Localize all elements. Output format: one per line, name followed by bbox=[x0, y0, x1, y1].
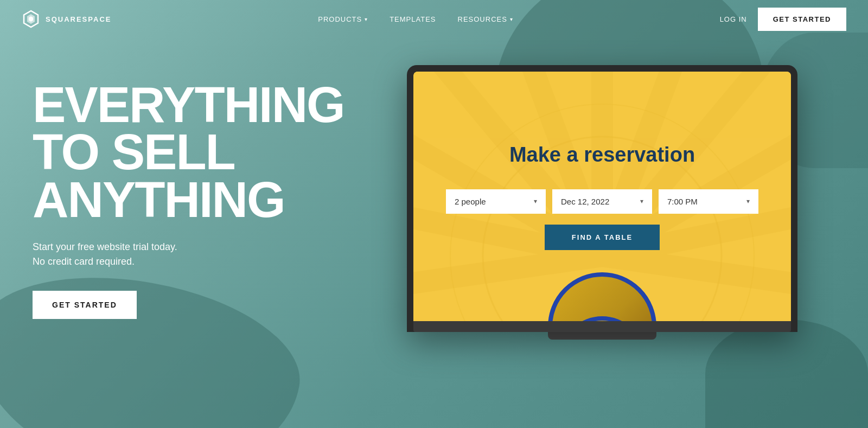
form-row: 2 people ▾ Dec 12, 2022 ▾ 7:00 PM ▾ bbox=[446, 189, 758, 214]
hero-get-started-button[interactable]: GET STARTED bbox=[33, 291, 137, 319]
laptop-base bbox=[413, 321, 791, 332]
date-value: Dec 12, 2022 bbox=[561, 197, 609, 206]
logo-text: SQUARESPACE bbox=[46, 15, 111, 23]
login-link[interactable]: LOG IN bbox=[720, 15, 747, 23]
time-select[interactable]: 7:00 PM ▾ bbox=[659, 189, 758, 214]
nav-center: PRODUCTS ▾ TEMPLATES RESOURCES ▾ bbox=[318, 15, 513, 23]
time-value: 7:00 PM bbox=[667, 197, 698, 206]
nav-templates[interactable]: TEMPLATES bbox=[390, 15, 436, 23]
hero-left: EVERYTHING TO SELL ANYTHING Start your f… bbox=[33, 81, 336, 319]
hero-title: EVERYTHING TO SELL ANYTHING bbox=[33, 81, 336, 223]
date-select[interactable]: Dec 12, 2022 ▾ bbox=[552, 189, 652, 214]
logo[interactable]: SQUARESPACE bbox=[22, 10, 111, 28]
laptop: Make a reservation 2 people ▾ Dec 12, 20… bbox=[407, 65, 797, 340]
time-chevron-icon: ▾ bbox=[746, 197, 750, 205]
nav-right: LOG IN GET STARTED bbox=[720, 8, 846, 31]
hero-right: Make a reservation 2 people ▾ Dec 12, 20… bbox=[358, 65, 846, 340]
nav-resources[interactable]: RESOURCES ▾ bbox=[458, 15, 513, 23]
find-table-button[interactable]: FIND A TABLE bbox=[545, 225, 660, 250]
laptop-screen: Make a reservation 2 people ▾ Dec 12, 20… bbox=[413, 72, 791, 321]
laptop-body: Make a reservation 2 people ▾ Dec 12, 20… bbox=[407, 65, 797, 332]
svg-point-14 bbox=[561, 318, 643, 321]
squarespace-logo-icon bbox=[22, 10, 40, 28]
navbar: SQUARESPACE PRODUCTS ▾ TEMPLATES RESOURC… bbox=[0, 0, 868, 38]
resources-chevron-icon: ▾ bbox=[510, 16, 513, 22]
date-chevron-icon: ▾ bbox=[640, 197, 643, 205]
people-value: 2 people bbox=[455, 197, 486, 206]
main-content: EVERYTHING TO SELL ANYTHING Start your f… bbox=[0, 38, 868, 340]
nav-get-started-button[interactable]: GET STARTED bbox=[758, 8, 846, 31]
plate-decoration: 🍽 bbox=[548, 272, 656, 321]
reservation-form: 2 people ▾ Dec 12, 2022 ▾ 7:00 PM ▾ bbox=[446, 189, 758, 250]
laptop-stand bbox=[548, 332, 656, 340]
reservation-title: Make a reservation bbox=[509, 143, 695, 168]
nav-products[interactable]: PRODUCTS ▾ bbox=[318, 15, 368, 23]
people-chevron-icon: ▾ bbox=[534, 197, 537, 205]
products-chevron-icon: ▾ bbox=[365, 16, 368, 22]
people-select[interactable]: 2 people ▾ bbox=[446, 189, 546, 214]
hero-subtitle: Start your free website trial today. No … bbox=[33, 240, 336, 269]
plate-pattern: 🍽 bbox=[559, 305, 646, 321]
plate-circle: 🍽 bbox=[548, 272, 656, 321]
